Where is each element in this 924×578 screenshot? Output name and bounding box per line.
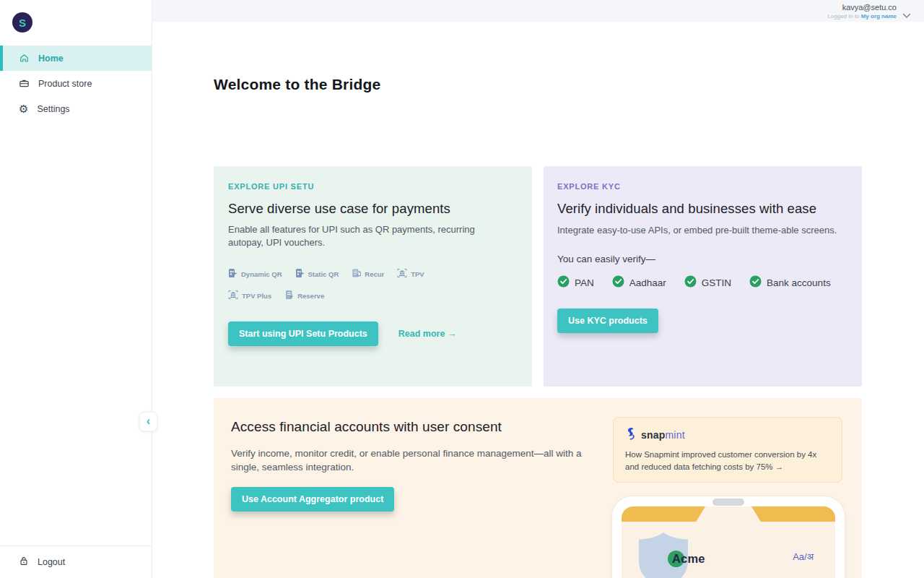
sidebar: S Home Product store ⚙ Settings Logout <box>0 0 152 578</box>
kyc-card-body: Integrate easy-to-use APIs, or embed pre… <box>557 224 839 237</box>
account-menu[interactable]: kavya@setu.co Logged in to My org name <box>827 3 897 20</box>
feature-static-qr: Static QR <box>295 268 339 280</box>
acme-brand-label: Acme <box>672 552 705 566</box>
sidebar-item-settings[interactable]: ⚙ Settings <box>0 96 152 121</box>
snapmint-brand-light: mint <box>665 429 684 441</box>
lock-icon <box>19 556 29 569</box>
upi-cta-row: Start using UPI Setu Products Read more … <box>228 322 518 346</box>
upi-eyebrow: EXPLORE UPI SETU <box>228 182 518 191</box>
sidebar-item-home[interactable]: Home <box>0 46 152 71</box>
upi-feature-list: Dynamic QR Static QR Recur TPV TPV Plus … <box>228 268 445 301</box>
aa-card-body: Verify income, monitor credit, or enable… <box>231 447 596 475</box>
account-email: kavya@setu.co <box>827 3 897 12</box>
bank-icon <box>228 290 238 301</box>
feature-reserve: Reserve <box>284 290 324 301</box>
aa-card-title: Access financial accounts with user cons… <box>231 419 502 435</box>
check-circle-icon <box>612 275 624 290</box>
sidebar-item-product-store[interactable]: Product store <box>0 71 152 96</box>
logout-button[interactable]: Logout <box>0 545 152 578</box>
logo-letter: S <box>19 17 26 29</box>
account-aggregator-card: Access financial accounts with user cons… <box>214 398 862 578</box>
snapmint-brand-bold: snap <box>641 429 665 441</box>
home-icon <box>19 53 30 64</box>
sidebar-collapse-button[interactable]: ‹ <box>139 412 157 431</box>
qr-phone-icon <box>228 268 237 280</box>
feature-tpv-plus: TPV Plus <box>228 290 271 301</box>
phone-screen: Acme Aa/अ <box>622 506 835 578</box>
use-kyc-button[interactable]: Use KYC products <box>557 309 658 333</box>
acme-brand: Acme <box>668 550 733 571</box>
verify-list: PAN Aadhaar GSTIN Bank accounts <box>557 275 848 290</box>
org-name: My org name <box>861 13 897 20</box>
store-icon <box>19 78 30 89</box>
kyc-card: EXPLORE KYC Verify individuals and busin… <box>544 166 862 387</box>
verify-item-gstin: GSTIN <box>684 275 731 290</box>
qr-phone-icon <box>295 268 305 280</box>
read-more-link[interactable]: Read more → <box>398 329 457 339</box>
phone-speaker <box>712 499 744 506</box>
upi-card-body: Enable all features for UPI such as QR p… <box>228 223 510 249</box>
gear-icon: ⚙ <box>19 103 28 114</box>
check-circle-icon <box>557 275 570 290</box>
phone-mockup: Acme Aa/अ <box>612 496 845 578</box>
snapmint-case-study[interactable]: snapmint How Snapmint improved customer … <box>613 417 842 483</box>
sidebar-item-label: Settings <box>37 104 69 114</box>
upi-card-title: Serve diverse use case for payments <box>228 201 518 217</box>
phone-header-shape-left <box>622 506 705 522</box>
verify-item-bank-accounts: Bank accounts <box>749 275 831 290</box>
feature-dynamic-qr: Dynamic QR <box>228 268 282 280</box>
chevron-left-icon: ‹ <box>147 415 150 427</box>
topbar: kavya@setu.co Logged in to My org name <box>152 0 924 22</box>
sidebar-item-label: Home <box>38 53 64 64</box>
sidebar-item-label: Product store <box>38 79 92 89</box>
reserve-icon <box>284 290 294 301</box>
phone-header-shape-right <box>751 506 835 522</box>
logged-in-text: Logged in to My org name <box>827 13 897 20</box>
feature-recur: Recur <box>352 268 384 280</box>
check-circle-icon <box>684 275 697 290</box>
bank-icon <box>397 268 407 280</box>
language-toggle[interactable]: Aa/अ <box>793 551 814 563</box>
feature-tpv: TPV <box>397 268 424 280</box>
verify-label: You can easily verify— <box>557 254 848 264</box>
use-aa-button[interactable]: Use Account Aggregator product <box>231 487 394 512</box>
case-study-text: How Snapmint improved customer conversio… <box>625 449 830 473</box>
kyc-card-title: Verify individuals and businesses with e… <box>557 201 848 217</box>
chevron-down-icon <box>902 9 911 22</box>
start-upi-button[interactable]: Start using UPI Setu Products <box>228 322 378 346</box>
kyc-eyebrow: EXPLORE KYC <box>557 182 848 191</box>
snapmint-logo: snapmint <box>625 427 830 443</box>
verify-item-pan: PAN <box>557 275 594 290</box>
page-title: Welcome to the Bridge <box>214 76 380 93</box>
snapmint-swirl-icon <box>625 427 637 443</box>
sidebar-nav: Home Product store ⚙ Settings <box>0 46 152 121</box>
setu-logo[interactable]: S <box>12 12 32 33</box>
logout-label: Logout <box>38 557 65 567</box>
recur-icon <box>352 268 361 280</box>
check-circle-icon <box>749 275 762 290</box>
upi-setu-card: EXPLORE UPI SETU Serve diverse use case … <box>214 166 532 387</box>
verify-item-aadhaar: Aadhaar <box>612 275 666 290</box>
